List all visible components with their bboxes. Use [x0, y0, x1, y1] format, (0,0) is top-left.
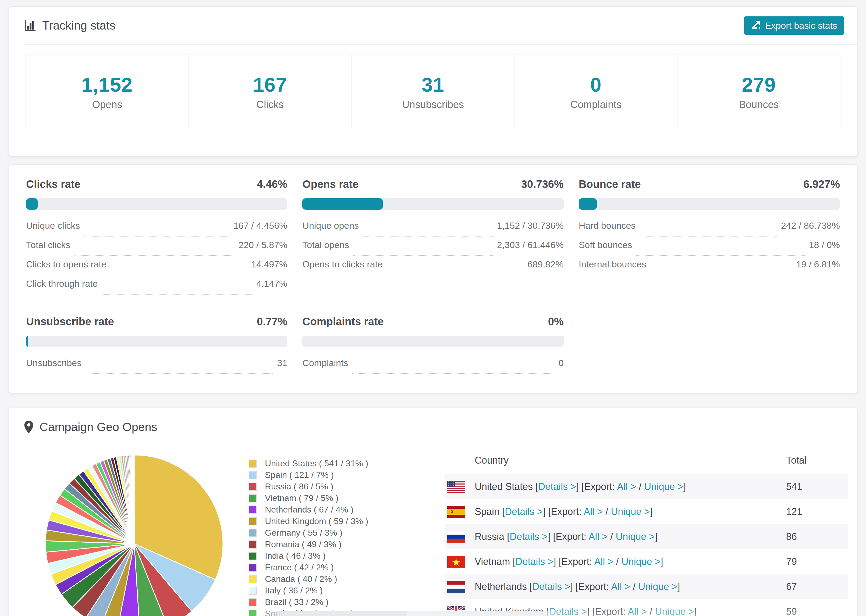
rate-row-value: 31: [277, 358, 288, 368]
legend-label: Russia ( 86 / 5% ): [265, 482, 333, 492]
country-cell: United States [Details >] [Export: All >…: [475, 481, 686, 492]
details-link[interactable]: Details >: [515, 556, 553, 567]
legend-item-romania: Romania ( 49 / 3% ): [249, 539, 413, 550]
stat-label: Opens: [92, 99, 122, 110]
column-header-country: Country: [444, 455, 786, 466]
rate-section-opens-rate: Opens rate30.736%Unique opens1,152 / 30.…: [302, 178, 564, 278]
legend-label: France ( 42 / 2% ): [265, 563, 334, 572]
details-link[interactable]: Details >: [538, 481, 576, 492]
rate-row-label: Total clicks: [26, 240, 70, 250]
stat-value: 31: [422, 73, 444, 96]
details-link[interactable]: Details >: [510, 531, 548, 542]
legend-item-germany: Germany ( 55 / 3% ): [249, 527, 413, 539]
export-all-link[interactable]: All >: [628, 606, 647, 616]
country-cell: Russia [Details >] [Export: All > / Uniq…: [475, 531, 657, 542]
rate-value: 30.736%: [521, 178, 564, 190]
export-all-link[interactable]: All >: [611, 581, 630, 592]
legend-swatch: [249, 483, 257, 491]
export-unique-link[interactable]: Unique >: [622, 556, 661, 567]
rate-row-value: 4.147%: [256, 278, 287, 289]
country-cell: Spain [Details >] [Export: All > / Uniqu…: [475, 506, 652, 517]
rate-row-value: 18 / 0%: [809, 240, 840, 250]
rate-section-clicks-rate: Clicks rate4.46%Unique clicks167 / 4.456…: [26, 178, 287, 298]
dotted-leader: [102, 294, 252, 295]
rate-title: Bounce rate: [579, 178, 641, 190]
dotted-leader: [636, 255, 805, 256]
rate-row-label: Internal bounces: [579, 259, 646, 270]
legend-swatch: [249, 575, 257, 583]
legend-item-vietnam: Vietnam ( 79 / 5% ): [249, 492, 413, 504]
legend-item-italy: Italy ( 36 / 2% ): [249, 585, 413, 596]
export-unique-link[interactable]: Unique >: [611, 506, 650, 517]
rate-value: 0%: [548, 316, 564, 328]
legend-item-united-kingdom: United Kingdom ( 59 / 3% ): [249, 515, 413, 527]
rate-row-label: Unique opens: [302, 220, 359, 231]
rate-row-click-through-rate: Click through rate4.147%: [26, 278, 287, 298]
rate-header: Bounce rate6.927%: [579, 178, 840, 190]
rate-row-label: Complaints: [302, 358, 348, 368]
stat-value: 279: [742, 73, 776, 96]
rate-section-complaints-rate: Complaints rate0%Complaints0: [302, 316, 564, 377]
rate-row-value: 0: [559, 358, 564, 368]
details-link[interactable]: Details >: [505, 506, 543, 517]
legend-item-canada: Canada ( 40 / 2% ): [249, 573, 413, 585]
summary-stat-complaints: 0Complaints: [514, 55, 677, 129]
progress-bar-fill: [302, 198, 383, 210]
export-all-link[interactable]: All >: [589, 531, 608, 542]
details-link[interactable]: Details >: [532, 581, 570, 592]
rate-row-value: 242 / 86.738%: [781, 220, 840, 231]
legend-item-brazil: Brazil ( 33 / 2% ): [249, 596, 413, 608]
flag-icon-vn: [447, 556, 465, 567]
tracking-stats-title-row: Tracking stats: [24, 19, 115, 32]
flag-icon-us: [447, 481, 465, 493]
stat-value: 1,152: [82, 73, 132, 96]
dotted-leader: [86, 373, 273, 374]
export-unique-link[interactable]: Unique >: [644, 481, 683, 492]
rate-header: Clicks rate4.46%: [26, 178, 287, 190]
column-header-total: Total: [786, 455, 848, 466]
summary-stat-opens: 1,152Opens: [25, 55, 189, 129]
export-unique-link[interactable]: Unique >: [638, 581, 677, 592]
export-unique-link[interactable]: Unique >: [616, 531, 655, 542]
export-basic-stats-button[interactable]: Export basic stats: [744, 16, 844, 35]
progress-bar-track: [26, 198, 287, 210]
total-cell: 541: [786, 481, 848, 492]
stat-label: Clicks: [257, 99, 284, 110]
stat-label: Unsubscribes: [402, 99, 464, 110]
geo-title-row: Campaign Geo Opens: [24, 420, 157, 434]
rate-header: Complaints rate0%: [302, 316, 564, 328]
rate-title: Clicks rate: [26, 178, 80, 190]
legend-swatch: [249, 494, 257, 502]
table-header-row: Country Total: [444, 446, 848, 475]
legend-label: Italy ( 36 / 2% ): [265, 586, 323, 596]
export-all-link[interactable]: All >: [594, 556, 614, 567]
flag-icon-ru: [447, 531, 465, 543]
legend-label: Canada ( 40 / 2% ): [265, 574, 337, 584]
legend-label: United Kingdom ( 59 / 3% ): [265, 516, 368, 526]
progress-bar-track: [302, 198, 564, 210]
map-pin-icon: [24, 420, 34, 434]
export-icon: [751, 19, 761, 32]
legend-item-russia: Russia ( 86 / 5% ): [249, 481, 413, 492]
export-unique-link[interactable]: Unique >: [655, 606, 694, 616]
rate-row-value: 14.497%: [251, 259, 287, 270]
legend-swatch: [249, 506, 257, 514]
rate-row-hard-bounces: Hard bounces242 / 86.738%: [579, 220, 840, 240]
geo-header: Campaign Geo Opens: [9, 408, 857, 446]
rate-row-label: Unique clicks: [26, 220, 80, 231]
export-all-link[interactable]: All >: [617, 481, 636, 492]
section-title: Campaign Geo Opens: [39, 420, 157, 434]
dotted-leader: [111, 275, 247, 275]
legend-swatch: [249, 610, 257, 616]
progress-bar-fill: [26, 198, 38, 210]
table-row-vietnam: Vietnam [Details >] [Export: All > / Uni…: [444, 549, 848, 574]
table-row-united-states: United States [Details >] [Export: All >…: [444, 475, 848, 499]
dotted-leader: [640, 236, 776, 237]
rates-grid: Clicks rate4.46%Unique clicks167 / 4.456…: [18, 178, 848, 377]
geo-country-table: Country Total United States [Details >] …: [444, 446, 848, 616]
bar-chart-icon: [24, 19, 36, 32]
legend-label: Vietnam ( 79 / 5% ): [265, 493, 339, 503]
header-divider: [24, 44, 857, 45]
export-all-link[interactable]: All >: [584, 506, 603, 517]
background-band: [261, 611, 559, 616]
